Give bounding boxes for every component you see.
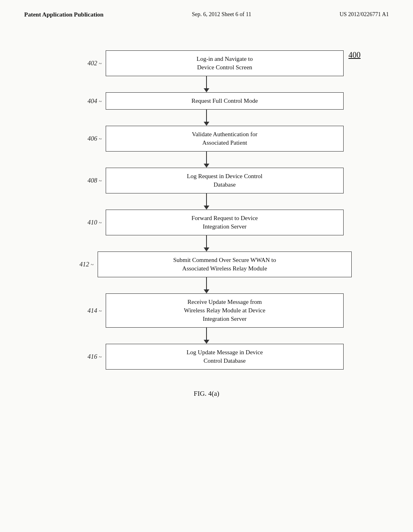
step-row-406: 406 ~ Validate Authentication forAssocia… bbox=[69, 126, 344, 152]
step-label-412: 412 ~ bbox=[61, 261, 98, 268]
step-row-416: 416 ~ Log Update Message in DeviceContro… bbox=[69, 344, 344, 370]
arrow-line-1 bbox=[206, 76, 207, 89]
arrow-line-2 bbox=[206, 110, 207, 123]
step-box-404: Request Full Control Mode bbox=[106, 92, 344, 110]
step-label-402: 402 ~ bbox=[69, 60, 106, 67]
step-box-414: Receive Update Message fromWireless Rela… bbox=[106, 293, 344, 328]
arrow-head-7 bbox=[204, 340, 209, 344]
arrow-head-1 bbox=[204, 88, 209, 92]
diagram-area: 400 402 ~ Log-in and Navigate toDevice C… bbox=[0, 22, 413, 422]
step-label-404: 404 ~ bbox=[69, 98, 106, 105]
step-row-412: 412 ~ Submit Commend Over Secure WWAN to… bbox=[61, 251, 352, 277]
arrow-4 bbox=[69, 193, 344, 210]
step-box-410: Forward Request to DeviceIntegration Ser… bbox=[106, 210, 344, 235]
step-label-406: 406 ~ bbox=[69, 135, 106, 142]
arrow-head-4 bbox=[204, 206, 209, 210]
step-label-414: 414 ~ bbox=[69, 307, 106, 314]
arrow-6 bbox=[61, 277, 352, 293]
arrow-head-3 bbox=[204, 164, 209, 168]
arrow-line-4 bbox=[206, 193, 207, 206]
arrow-line-6 bbox=[206, 277, 207, 290]
step-label-408: 408 ~ bbox=[69, 177, 106, 184]
figure-caption: FIG. 4(a) bbox=[194, 390, 219, 398]
step-label-410: 410 ~ bbox=[69, 219, 106, 226]
step-box-416: Log Update Message in DeviceControl Data… bbox=[106, 344, 344, 370]
step-row-404: 404 ~ Request Full Control Mode bbox=[69, 92, 344, 110]
arrow-head-5 bbox=[204, 247, 209, 251]
arrow-line-7 bbox=[206, 328, 207, 341]
step-box-408: Log Request in Device ControlDatabase bbox=[106, 168, 344, 193]
step-label-416: 416 ~ bbox=[69, 353, 106, 360]
publication-label: Patent Application Publication bbox=[24, 11, 104, 18]
arrow-7 bbox=[69, 328, 344, 344]
patent-number-label: US 2012/0226771 A1 bbox=[340, 11, 389, 18]
arrow-head-6 bbox=[204, 289, 209, 293]
arrow-5 bbox=[69, 235, 344, 251]
date-sheet-label: Sep. 6, 2012 Sheet 6 of 11 bbox=[192, 11, 251, 18]
flow-container: 402 ~ Log-in and Navigate toDevice Contr… bbox=[24, 50, 389, 370]
header: Patent Application Publication Sep. 6, 2… bbox=[0, 0, 413, 22]
arrow-line-3 bbox=[206, 152, 207, 164]
arrow-2 bbox=[69, 110, 344, 126]
page: Patent Application Publication Sep. 6, 2… bbox=[0, 0, 413, 532]
step-box-402: Log-in and Navigate toDevice Control Scr… bbox=[106, 50, 344, 76]
step-row-408: 408 ~ Log Request in Device ControlDatab… bbox=[69, 168, 344, 193]
step-row-402: 402 ~ Log-in and Navigate toDevice Contr… bbox=[69, 50, 344, 76]
arrow-1 bbox=[69, 76, 344, 92]
arrow-line-5 bbox=[206, 235, 207, 248]
arrow-3 bbox=[69, 152, 344, 168]
step-box-406: Validate Authentication forAssociated Pa… bbox=[106, 126, 344, 152]
arrow-head-2 bbox=[204, 122, 209, 126]
step-box-412: Submit Commend Over Secure WWAN toAssoci… bbox=[98, 251, 352, 277]
step-row-410: 410 ~ Forward Request to DeviceIntegrati… bbox=[69, 210, 344, 235]
step-row-414: 414 ~ Receive Update Message fromWireles… bbox=[69, 293, 344, 328]
